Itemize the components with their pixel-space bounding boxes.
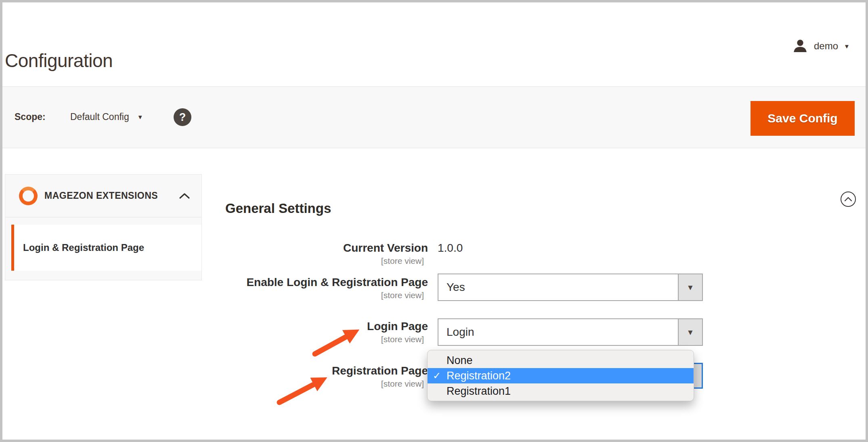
dropdown-option-registration1[interactable]: Registration1 — [428, 383, 694, 399]
dropdown-option-registration2[interactable]: ✓ Registration2 — [428, 368, 694, 383]
dropdown-option-none[interactable]: None — [428, 353, 694, 368]
section-title: General Settings — [225, 201, 331, 216]
field-label-login-page: Login Page — [161, 320, 428, 333]
field-label-current-version: Current Version — [161, 242, 428, 255]
select-arrow-button: ▼ — [678, 319, 702, 345]
help-icon[interactable]: ? — [174, 108, 191, 126]
check-icon: ✓ — [433, 368, 441, 383]
current-version-value: 1.0.0 — [438, 242, 463, 255]
user-avatar-icon — [792, 38, 808, 54]
scope-switcher[interactable]: Default Config ▼ — [70, 112, 143, 122]
field-scope-login-page: [store view] — [161, 335, 424, 344]
magezon-logo-icon — [19, 187, 38, 205]
username-label: demo — [814, 40, 838, 52]
field-scope-current-version: [store view] — [161, 256, 424, 266]
collapse-section-button[interactable] — [841, 192, 856, 207]
chevron-down-icon: ▼ — [844, 43, 850, 49]
enable-select[interactable]: Yes ▼ — [438, 274, 703, 301]
select-arrow-button: ▼ — [678, 274, 702, 300]
chevron-down-icon: ▼ — [137, 114, 143, 120]
page-title: Configuration — [5, 50, 113, 72]
user-menu[interactable]: demo ▼ — [792, 38, 850, 54]
field-label-enable: Enable Login & Registration Page — [161, 276, 428, 289]
field-scope-registration-page: [store view] — [161, 379, 424, 389]
scope-value: Default Config — [70, 112, 129, 122]
enable-select-value: Yes — [447, 281, 465, 294]
registration-page-dropdown: None ✓ Registration2 Registration1 — [427, 350, 694, 401]
chevron-up-icon — [844, 197, 852, 202]
field-label-registration-page: Registration Page — [161, 364, 428, 377]
scope-label: Scope: — [15, 112, 46, 122]
question-mark: ? — [179, 111, 186, 124]
sidebar-item-label: Login & Registration Page — [23, 242, 144, 253]
login-page-select[interactable]: Login ▼ — [438, 318, 703, 346]
login-page-select-value: Login — [447, 326, 474, 339]
save-config-button[interactable]: Save Config — [751, 101, 855, 136]
sidebar-section-label: MAGEZON EXTENSIONS — [44, 190, 158, 201]
field-scope-enable: [store view] — [161, 290, 424, 300]
sidebar-section-magezon-extensions[interactable]: MAGEZON EXTENSIONS — [5, 175, 201, 217]
chevron-up-icon — [179, 193, 190, 199]
caret-down-icon: ▼ — [687, 284, 694, 291]
caret-down-icon: ▼ — [687, 328, 694, 336]
configuration-page: Configuration demo ▼ Scope: Default Conf… — [0, 0, 868, 442]
